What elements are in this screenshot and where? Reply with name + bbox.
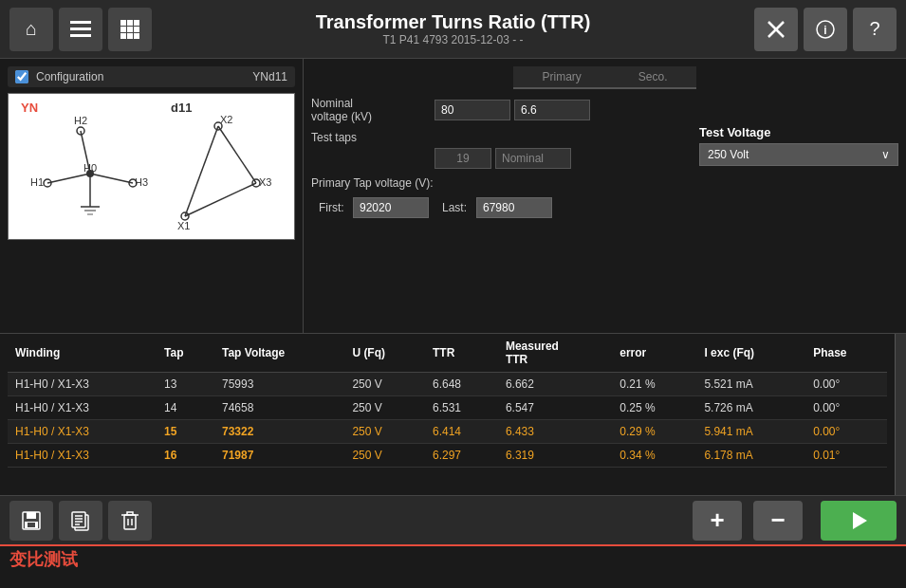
config-checkbox[interactable] <box>15 70 28 83</box>
test-voltage-chevron: ∨ <box>881 148 890 161</box>
svg-rect-1 <box>70 28 91 30</box>
svg-line-20 <box>47 174 90 183</box>
svg-rect-6 <box>120 27 126 32</box>
right-panel: Primary Seco. Nominalvoltage (kV) Test t… <box>304 59 906 333</box>
subtract-button[interactable]: − <box>753 501 803 541</box>
col-i-exc: I exc (Fq) <box>696 334 805 373</box>
copy-button[interactable] <box>59 501 102 541</box>
table-main: Winding Tap Tap Voltage U (Fq) TTR Measu… <box>0 334 895 495</box>
svg-text:H0: H0 <box>83 162 97 174</box>
svg-text:X1: X1 <box>177 220 190 231</box>
svg-rect-2 <box>70 34 91 37</box>
header-center: Transformer Turns Ratio (TTR) T1 P41 479… <box>152 11 754 46</box>
grid-button[interactable] <box>108 8 152 51</box>
svg-rect-3 <box>120 20 126 26</box>
primary-secondary-tabs: Primary Seco. <box>311 66 898 89</box>
svg-text:X2: X2 <box>220 114 232 125</box>
svg-text:i: i <box>823 24 826 37</box>
svg-line-34 <box>218 126 256 183</box>
run-button[interactable] <box>821 501 897 541</box>
last-label: Last: <box>442 201 471 214</box>
right-top-inner: Nominalvoltage (kV) Test taps Primary Ta… <box>311 97 898 218</box>
test-voltage-section: Test Voltage 250 Volt ∨ <box>690 97 898 218</box>
nominal-primary-input[interactable] <box>435 100 510 120</box>
header-right-buttons: i ? <box>754 8 897 51</box>
col-error: error <box>612 334 696 373</box>
top-section: Configuration YNd11 YN d11 <box>0 59 906 334</box>
col-u-fq: U (Fq) <box>344 334 425 373</box>
table-row: H1-H0 / X1-X31671987250 V6.2976.3190.34 … <box>8 444 887 468</box>
settings-button[interactable] <box>754 8 798 51</box>
table-row: H1-H0 / X1-X31375993250 V6.6486.6620.21 … <box>8 373 887 396</box>
help-button[interactable]: ? <box>853 8 897 51</box>
list-button[interactable] <box>59 8 102 51</box>
table-area: Winding Tap Tap Voltage U (Fq) TTR Measu… <box>0 334 895 495</box>
svg-rect-51 <box>124 515 136 529</box>
left-panel: Configuration YNd11 YN d11 <box>0 59 304 333</box>
first-label: First: <box>319 201 347 214</box>
header: ⌂ Transformer Turns Ratio (TTR) T1 P41 4… <box>0 0 906 59</box>
test-voltage-value: 250 Volt <box>708 148 749 161</box>
home-button[interactable]: ⌂ <box>9 8 53 51</box>
last-input[interactable] <box>476 197 552 218</box>
info-button[interactable]: i <box>804 8 847 51</box>
first-input[interactable] <box>353 197 429 218</box>
nominal-secondary-input[interactable] <box>514 100 590 120</box>
svg-rect-0 <box>70 21 91 24</box>
tab-primary[interactable]: Primary <box>513 66 609 89</box>
config-label: Configuration <box>36 70 103 83</box>
transformer-diagram: YN d11 <box>8 93 295 240</box>
test-voltage-select[interactable]: 250 Volt ∨ <box>699 143 898 166</box>
bottom-toolbar: + − <box>0 495 906 544</box>
svg-rect-41 <box>27 512 36 519</box>
col-ttr: TTR <box>425 334 498 373</box>
svg-text:H1: H1 <box>30 176 44 188</box>
config-value: YNd11 <box>252 70 287 83</box>
test-taps-input[interactable] <box>435 148 491 169</box>
svg-rect-7 <box>127 27 133 32</box>
svg-rect-5 <box>134 20 139 26</box>
delete-button[interactable] <box>108 501 152 541</box>
svg-rect-8 <box>134 27 139 32</box>
test-taps-inputs-row <box>311 148 690 169</box>
col-tap: Tap <box>157 334 214 373</box>
app-subtitle: T1 P41 4793 2015-12-03 - - <box>152 33 754 46</box>
ptv-label: Primary Tap voltage (V): <box>311 176 435 190</box>
tab-secondary[interactable]: Seco. <box>610 66 696 89</box>
col-phase: Phase <box>805 334 887 373</box>
test-taps-row: Test taps <box>311 131 690 144</box>
nominal-voltage-label: Nominalvoltage (kV) <box>311 97 435 123</box>
test-taps-label: Test taps <box>311 131 435 144</box>
yn-label: YN <box>21 101 38 115</box>
col-winding: Winding <box>8 334 157 373</box>
svg-text:X3: X3 <box>259 176 271 188</box>
config-bar: Configuration YNd11 <box>8 66 295 87</box>
table-scrollbar[interactable] <box>895 334 906 495</box>
test-taps-nominal-input[interactable] <box>495 148 571 169</box>
add-button[interactable]: + <box>693 501 742 541</box>
svg-rect-4 <box>127 20 133 26</box>
table-row: H1-H0 / X1-X31474658250 V6.5316.5470.25 … <box>8 396 887 420</box>
ptv-label-row: Primary Tap voltage (V): <box>311 176 690 190</box>
svg-rect-43 <box>28 523 35 527</box>
svg-rect-9 <box>120 33 126 39</box>
nominal-voltage-row: Nominalvoltage (kV) <box>311 97 690 123</box>
footer-text: 变比测试 <box>9 548 78 571</box>
svg-text:H2: H2 <box>74 115 87 126</box>
header-left-buttons: ⌂ <box>9 8 152 51</box>
table-row: H1-H0 / X1-X31573322250 V6.4146.4330.29 … <box>8 420 887 444</box>
right-form: Nominalvoltage (kV) Test taps Primary Ta… <box>311 97 690 218</box>
svg-text:H3: H3 <box>135 176 148 188</box>
svg-rect-11 <box>134 33 139 39</box>
footer: 变比测试 <box>0 544 906 573</box>
d11-label: d11 <box>171 101 192 115</box>
first-last-row: First: Last: <box>311 197 690 218</box>
col-measured-ttr: MeasuredTTR <box>498 334 612 373</box>
test-voltage-label: Test Voltage <box>699 125 898 139</box>
svg-rect-10 <box>127 33 133 39</box>
svg-marker-54 <box>853 512 867 529</box>
save-button[interactable] <box>9 501 53 541</box>
app-title: Transformer Turns Ratio (TTR) <box>152 11 754 33</box>
col-tap-voltage: Tap Voltage <box>214 334 344 373</box>
results-table: Winding Tap Tap Voltage U (Fq) TTR Measu… <box>8 334 887 468</box>
